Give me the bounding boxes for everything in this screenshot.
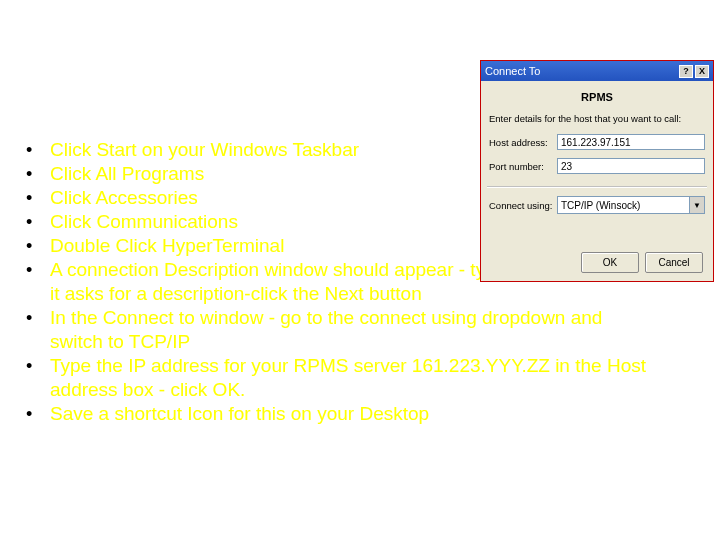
dialog-titlebar: Connect To ? X xyxy=(481,61,713,81)
list-item-text: Click Accessories xyxy=(50,187,198,208)
host-address-input[interactable] xyxy=(557,134,705,150)
close-button[interactable]: X xyxy=(695,65,709,78)
port-number-label: Port number: xyxy=(489,161,557,172)
connect-to-dialog: Connect To ? X RPMS Enter details for th… xyxy=(480,60,714,282)
list-item: Save a shortcut Icon for this on your De… xyxy=(46,402,658,426)
port-number-input[interactable] xyxy=(557,158,705,174)
list-item-text: Click All Programs xyxy=(50,163,204,184)
ok-button[interactable]: OK xyxy=(581,252,639,273)
connection-name: RPMS xyxy=(489,91,705,103)
list-item-text: Double Click HyperTerminal xyxy=(50,235,284,256)
close-icon: X xyxy=(699,67,705,76)
list-item: Type the IP address for your RPMS server… xyxy=(46,354,658,402)
button-label: OK xyxy=(603,257,617,268)
cancel-button[interactable]: Cancel xyxy=(645,252,703,273)
list-item: In the Connect to window - go to the con… xyxy=(46,306,658,354)
list-item-text: Save a shortcut Icon for this on your De… xyxy=(50,403,429,424)
help-button[interactable]: ? xyxy=(679,65,693,78)
host-address-label: Host address: xyxy=(489,137,557,148)
dialog-prompt: Enter details for the host that you want… xyxy=(489,113,705,124)
list-item-text: Click Start on your Windows Taskbar xyxy=(50,139,359,160)
question-icon: ? xyxy=(683,67,689,76)
list-item-text: Click Communications xyxy=(50,211,238,232)
connect-using-label: Connect using: xyxy=(489,200,557,211)
dialog-body: RPMS Enter details for the host that you… xyxy=(481,81,713,281)
dropdown-selected: TCP/IP (Winsock) xyxy=(561,200,640,211)
list-item-text: Type the IP address for your RPMS server… xyxy=(50,355,646,400)
list-item-text: In the Connect to window - go to the con… xyxy=(50,307,602,352)
separator xyxy=(487,186,707,188)
button-label: Cancel xyxy=(658,257,689,268)
connect-using-dropdown[interactable]: TCP/IP (Winsock) ▼ xyxy=(557,196,705,214)
chevron-down-icon: ▼ xyxy=(689,197,704,213)
dialog-title: Connect To xyxy=(485,65,540,77)
